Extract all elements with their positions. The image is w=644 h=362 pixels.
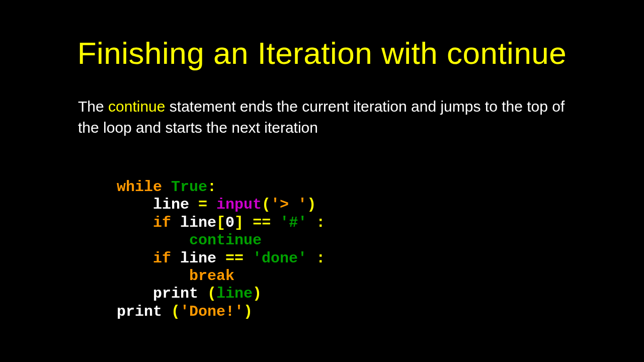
code-line-3: if line[0] == '#' : bbox=[117, 214, 325, 231]
body-pre: The bbox=[78, 98, 108, 115]
body-keyword: continue bbox=[108, 98, 165, 115]
code-line-1: while True: bbox=[117, 178, 216, 196]
kw-break: break bbox=[189, 267, 234, 285]
str-hash: '#' bbox=[280, 214, 307, 231]
kw-while: while bbox=[117, 178, 162, 196]
code-block: while True: line = input('> ') if line[0… bbox=[117, 178, 644, 321]
str-done: 'done' bbox=[253, 250, 307, 267]
slide: Finishing an Iteration with continue The… bbox=[0, 0, 644, 362]
code-line-6: break bbox=[117, 267, 234, 285]
fn-print: print bbox=[117, 303, 162, 320]
code-line-5: if line == 'done' : bbox=[117, 250, 325, 267]
kw-continue: continue bbox=[189, 232, 262, 249]
literal-true: True bbox=[171, 178, 207, 196]
slide-body: The continue statement ends the current … bbox=[78, 96, 566, 138]
code-line-8: print ('Done!') bbox=[117, 303, 253, 320]
var-line: line bbox=[153, 196, 189, 213]
fn-input: input bbox=[216, 196, 262, 213]
str-prompt: '> ' bbox=[271, 196, 307, 213]
fn-print: print bbox=[153, 285, 198, 302]
code-line-4: continue bbox=[117, 232, 262, 249]
kw-if: if bbox=[153, 250, 171, 267]
code-line-2: line = input('> ') bbox=[117, 196, 316, 213]
code-line-7: print (line) bbox=[117, 285, 262, 302]
str-done-bang: 'Done!' bbox=[180, 303, 244, 320]
slide-title: Finishing an Iteration with continue bbox=[0, 0, 644, 71]
kw-if: if bbox=[153, 214, 171, 231]
